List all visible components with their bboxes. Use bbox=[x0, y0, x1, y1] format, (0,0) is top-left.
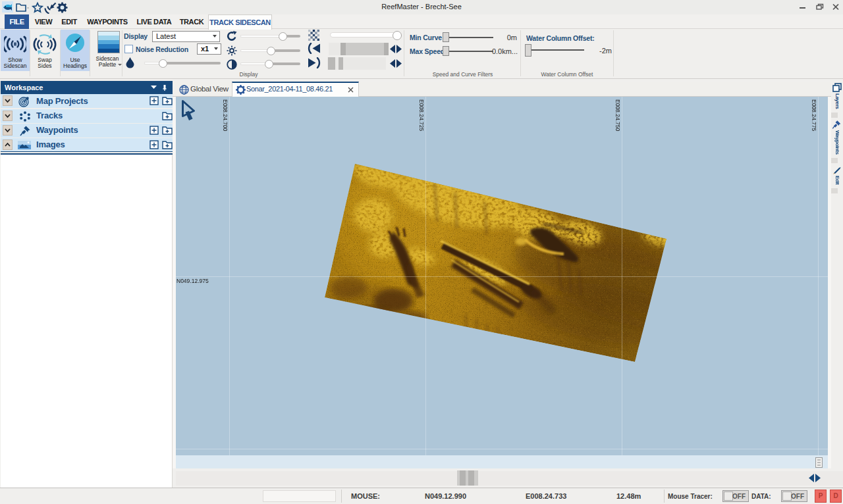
svg-text:N049.12.975: N049.12.975 bbox=[177, 278, 209, 284]
svg-text:E008.24.700: E008.24.700 bbox=[222, 99, 229, 131]
svg-text:E008.24.725: E008.24.725 bbox=[418, 99, 425, 131]
svg-text:E008.24.775: E008.24.775 bbox=[811, 99, 817, 131]
svg-text:E008.24.750: E008.24.750 bbox=[614, 99, 621, 131]
